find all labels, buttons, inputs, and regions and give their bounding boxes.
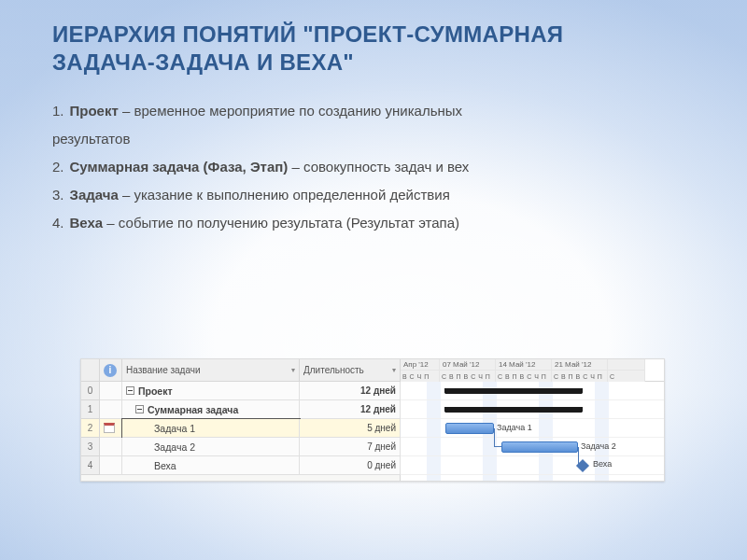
task-name-cell[interactable]: Задача 2 <box>122 438 300 456</box>
gantt-row <box>401 382 664 400</box>
task-name-cell[interactable]: Задача 1 <box>122 419 300 438</box>
col-name[interactable]: Название задачи▾ <box>122 359 300 382</box>
info-cell[interactable] <box>100 456 122 475</box>
gantt-timescale: Апр '12В С Ч П 07 Май '12С В П В С Ч П 1… <box>401 359 664 382</box>
list-item: 4. Веха – событие по получению результат… <box>52 209 695 237</box>
gantt-row: Веха <box>401 456 664 475</box>
duration-cell[interactable]: 12 дней <box>300 382 401 400</box>
slide: ИЕРАРХИЯ ПОНЯТИЙ "ПРОЕКТ-СУММАРНАЯ ЗАДАЧ… <box>0 0 747 560</box>
task-grid: i Название задачи▾ Длительность▾ 0 Проек… <box>81 359 401 481</box>
list-item: 2. Суммарная задача (Фаза, Этап) – совок… <box>52 153 695 181</box>
gantt-row: Задача 1 <box>401 419 664 438</box>
info-cell[interactable] <box>100 382 122 400</box>
gantt-summary-bar[interactable] <box>445 388 582 394</box>
msproject-screenshot: i Название задачи▾ Длительность▾ 0 Проек… <box>80 358 665 482</box>
duration-cell[interactable]: 5 дней <box>300 419 401 438</box>
info-icon: i <box>104 364 117 377</box>
col-duration[interactable]: Длительность▾ <box>300 359 401 382</box>
duration-cell[interactable]: 0 дней <box>300 456 401 475</box>
info-cell[interactable] <box>100 400 122 419</box>
collapse-icon[interactable] <box>135 405 144 413</box>
definition-list: 1. Проект – временное мероприятие по соз… <box>52 97 695 237</box>
chevron-down-icon[interactable]: ▾ <box>392 366 396 374</box>
col-info[interactable]: i <box>100 359 122 382</box>
bar-label: Задача 1 <box>497 423 532 432</box>
row-header-corner[interactable] <box>81 359 100 382</box>
row-number[interactable]: 0 <box>81 382 100 400</box>
milestone-label: Веха <box>593 459 612 469</box>
title-line-1: ИЕРАРХИЯ ПОНЯТИЙ "ПРОЕКТ-СУММАРНАЯ <box>52 21 695 49</box>
gantt-row <box>401 400 664 419</box>
list-item: 1. Проект – временное мероприятие по соз… <box>52 97 695 125</box>
gantt-task-bar[interactable]: Задача 1 <box>445 423 494 434</box>
gantt-body: Задача 1 Задача 2 Веха <box>401 382 664 481</box>
calendar-icon <box>104 423 115 433</box>
gantt-chart: Апр '12В С Ч П 07 Май '12С В П В С Ч П 1… <box>401 359 664 481</box>
list-item: результатов <box>52 125 695 153</box>
gantt-task-bar[interactable]: Задача 2 <box>501 441 578 453</box>
dependency-arrow <box>494 428 501 447</box>
chevron-down-icon[interactable]: ▾ <box>291 366 295 374</box>
gantt-row: Задача 2 <box>401 438 664 456</box>
title-line-2: ЗАДАЧА-ЗАДАЧА И ВЕХА" <box>52 49 695 77</box>
info-cell[interactable] <box>100 438 122 456</box>
duration-cell[interactable]: 12 дней <box>300 400 401 419</box>
task-name-cell[interactable]: Веха <box>122 456 300 475</box>
collapse-icon[interactable] <box>126 386 134 395</box>
bar-label: Задача 2 <box>581 441 616 451</box>
list-item: 3. Задача – указание к выполнению опреде… <box>52 181 695 209</box>
gantt-summary-bar[interactable] <box>445 407 582 413</box>
row-number[interactable]: 4 <box>81 456 100 475</box>
slide-title: ИЕРАРХИЯ ПОНЯТИЙ "ПРОЕКТ-СУММАРНАЯ ЗАДАЧ… <box>52 21 695 77</box>
row-number[interactable]: 2 <box>81 419 100 438</box>
task-name-cell[interactable]: Проект <box>122 382 300 400</box>
row-number[interactable]: 3 <box>81 438 100 456</box>
duration-cell[interactable]: 7 дней <box>300 438 401 456</box>
row-number[interactable]: 1 <box>81 400 100 419</box>
task-name-cell[interactable]: Суммарная задача <box>122 400 300 419</box>
info-cell[interactable] <box>100 419 122 438</box>
